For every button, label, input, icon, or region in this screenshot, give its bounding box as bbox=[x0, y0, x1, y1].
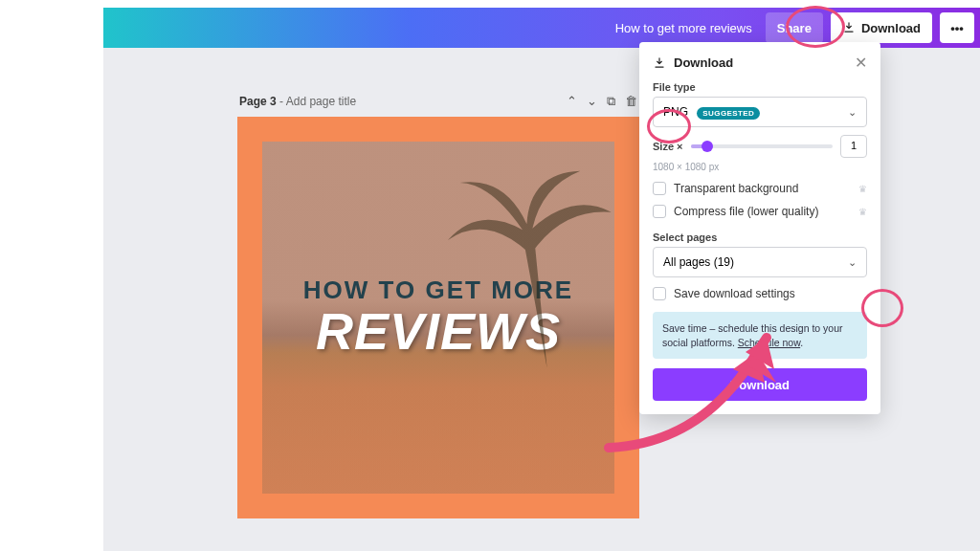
file-type-select[interactable]: PNG SUGGESTED ⌄ bbox=[653, 97, 867, 127]
schedule-now-link[interactable]: Schedule now bbox=[738, 337, 800, 348]
suggested-badge: SUGGESTED bbox=[697, 107, 760, 120]
slider-thumb[interactable] bbox=[702, 141, 713, 152]
pro-crown-icon: ♛ bbox=[858, 207, 867, 217]
checkbox[interactable] bbox=[653, 287, 666, 300]
more-menu-button[interactable]: ••• bbox=[940, 12, 974, 43]
file-type-value: PNG SUGGESTED bbox=[663, 105, 760, 120]
chevron-down-icon: ⌄ bbox=[848, 106, 857, 119]
option-label: Compress file (lower quality) bbox=[674, 205, 818, 218]
download-panel: Download ✕ File type PNG SUGGESTED ⌄ Siz… bbox=[639, 42, 880, 414]
select-pages-label: Select pages bbox=[653, 231, 867, 243]
option-label: Transparent background bbox=[674, 182, 798, 195]
tip-period: . bbox=[800, 337, 803, 348]
close-icon[interactable]: ✕ bbox=[855, 54, 867, 72]
download-confirm-button[interactable]: Download bbox=[653, 368, 867, 401]
panel-title: Download bbox=[653, 55, 733, 70]
design-canvas[interactable]: HOW TO GET MORE REVIEWS bbox=[237, 117, 639, 518]
page-down-button[interactable]: ⌄ bbox=[587, 94, 597, 109]
download-icon bbox=[653, 56, 666, 70]
download-button-top-label: Download bbox=[861, 21, 921, 35]
ellipsis-icon: ••• bbox=[950, 21, 964, 35]
size-label: Size × bbox=[653, 141, 683, 152]
checkbox[interactable] bbox=[653, 182, 666, 195]
duplicate-page-button[interactable]: ⧉ bbox=[607, 94, 615, 109]
document-title[interactable]: How to get more reviews bbox=[615, 21, 752, 35]
page-header: Page 3 - Add page title ⌃ ⌄ ⧉ 🗑 bbox=[237, 86, 639, 117]
panel-header: Download ✕ bbox=[653, 54, 867, 72]
page-toolbar: ⌃ ⌄ ⧉ 🗑 bbox=[567, 94, 637, 109]
checkbox[interactable] bbox=[653, 205, 666, 218]
size-slider[interactable] bbox=[691, 144, 834, 148]
page-up-button[interactable]: ⌃ bbox=[567, 94, 577, 109]
palm-decoration bbox=[411, 154, 614, 384]
compress-file-option[interactable]: Compress file (lower quality) ♛ bbox=[653, 205, 867, 218]
panel-title-text: Download bbox=[674, 55, 733, 70]
page-number: Page 3 bbox=[239, 95, 277, 108]
page-title-field[interactable]: Page 3 - Add page title bbox=[239, 95, 356, 108]
schedule-tip: Save time – schedule this design to your… bbox=[653, 312, 867, 359]
output-dimensions: 1080 × 1080 px bbox=[653, 162, 867, 172]
share-button[interactable]: Share bbox=[766, 12, 823, 43]
save-settings-option[interactable]: Save download settings bbox=[653, 287, 867, 300]
size-value-input[interactable]: 1 bbox=[840, 135, 867, 158]
transparent-bg-option[interactable]: Transparent background ♛ bbox=[653, 182, 867, 195]
file-type-label: File type bbox=[653, 81, 867, 93]
option-label: Save download settings bbox=[674, 287, 795, 300]
page-title-placeholder: - Add page title bbox=[277, 95, 356, 108]
download-icon bbox=[842, 21, 856, 34]
chevron-down-icon: ⌄ bbox=[848, 256, 857, 269]
select-pages-value: All pages (19) bbox=[663, 255, 734, 269]
size-row: Size × 1 bbox=[653, 135, 867, 158]
file-type-text: PNG bbox=[663, 105, 688, 119]
page-wrapper: Page 3 - Add page title ⌃ ⌄ ⧉ 🗑 HOW TO G… bbox=[237, 86, 639, 518]
pro-crown-icon: ♛ bbox=[858, 184, 867, 194]
delete-page-button[interactable]: 🗑 bbox=[625, 94, 637, 109]
download-button-top[interactable]: Download bbox=[831, 12, 932, 43]
select-pages-dropdown[interactable]: All pages (19) ⌄ bbox=[653, 247, 867, 277]
design-content: HOW TO GET MORE REVIEWS bbox=[262, 142, 614, 494]
